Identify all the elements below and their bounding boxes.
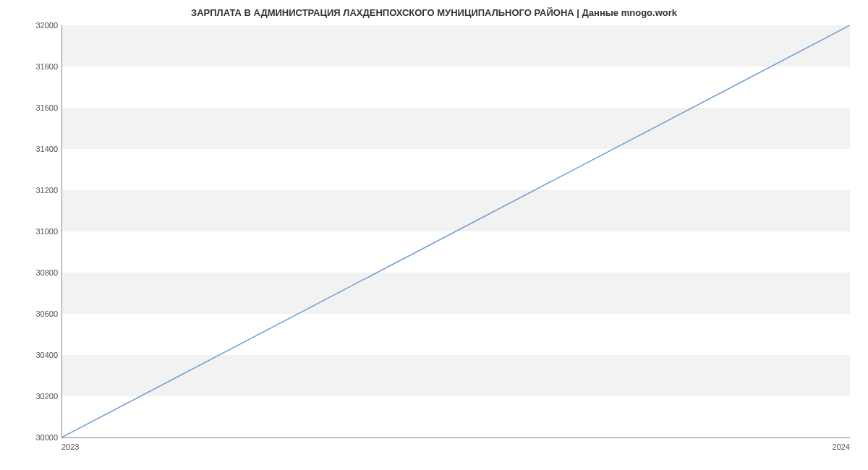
y-tick-label: 30800 [22, 268, 58, 277]
y-tick-label: 30400 [22, 351, 58, 359]
svg-line-0 [61, 25, 850, 437]
chart-title: ЗАРПЛАТА В АДМИНИСТРАЦИЯ ЛАХДЕНПОХСКОГО … [0, 0, 868, 22]
x-tick-label: 2023 [61, 443, 79, 451]
y-tick-label: 30200 [22, 392, 58, 401]
x-tick-label: 2024 [828, 443, 850, 451]
y-tick-label: 30000 [22, 433, 58, 442]
y-tick-label: 31400 [22, 145, 58, 153]
x-axis-line [61, 437, 850, 438]
y-tick-label: 31800 [22, 62, 58, 71]
y-axis-line [61, 25, 62, 437]
y-tick-label: 30600 [22, 309, 58, 318]
chart-line [61, 25, 850, 437]
y-tick-label: 31600 [22, 103, 58, 112]
chart-plot-area [61, 25, 850, 437]
y-tick-label: 31000 [22, 227, 58, 236]
y-tick-label: 31200 [22, 186, 58, 195]
y-tick-label: 32000 [22, 21, 58, 30]
